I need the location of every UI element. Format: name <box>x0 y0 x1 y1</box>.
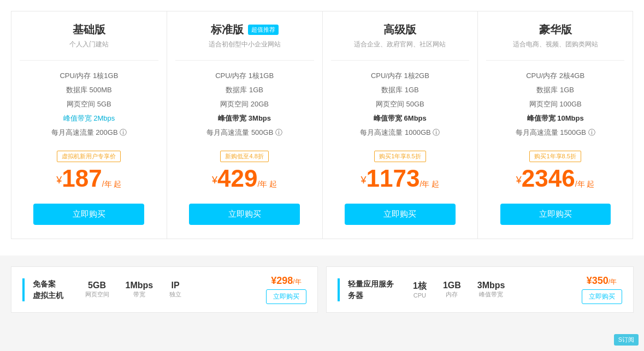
price-currency: ¥ <box>212 175 217 186</box>
bottom-card-label-hosting: 免备案虚拟主机 <box>22 278 66 301</box>
bottom-spec: 3Mbps峰值带宽 <box>477 281 505 299</box>
price-block-basic: ¥187/年 起 <box>20 166 158 194</box>
spec-line: 网页空间 50GB <box>331 97 470 111</box>
plan-specs-standard: CPU/内存 1核1GB数据库 1GB网页空间 20GB峰值带宽 3Mbps每月… <box>175 69 314 140</box>
promo-tag-standard: 新购低至4.8折 <box>220 151 268 162</box>
plan-specs-luxury: CPU/内存 2核4GB数据库 1GB网页空间 100GB峰值带宽 10Mbps… <box>486 69 624 140</box>
promo-tag-advanced: 购买1年享8.5折 <box>374 151 426 162</box>
plan-card-standard: 标准版超值推荐适合初创型中小企业网站CPU/内存 1核1GB数据库 1GB网页空… <box>167 11 322 239</box>
bottom-price-amount: ¥298 <box>271 275 293 286</box>
plan-card-luxury: 豪华版适合电商、视频、团购类网站CPU/内存 2核4GB数据库 1GB网页空间 … <box>477 11 633 239</box>
plan-title-standard: 标准版超值推荐 <box>175 22 314 37</box>
bottom-spec: 5GB网页空间 <box>85 281 109 299</box>
spec-line: 网页空间 100GB <box>486 97 624 111</box>
plan-title-advanced: 高级版 <box>331 22 470 37</box>
spec-line: 数据库 1GB <box>486 83 624 97</box>
bottom-spec: IP独立 <box>169 281 181 299</box>
spec-line: 每月高速流量 1500GB ⓘ <box>486 126 624 140</box>
plan-specs-basic: CPU/内存 1核1GB数据库 500MB网页空间 5GB峰值带宽 2Mbps每… <box>20 69 158 140</box>
spec-line: 每月高速流量 500GB ⓘ <box>175 126 314 140</box>
plan-subtitle-advanced: 适合企业、政府官网、社区网站 <box>331 40 470 49</box>
promo-tag-basic: 虚拟机新用户专享价 <box>57 151 121 162</box>
bottom-spec: 1Mbps带宽 <box>126 281 153 299</box>
bottom-spec-value: 5GB <box>85 281 109 290</box>
spec-line: CPU/内存 1核1GB <box>175 69 314 83</box>
badge-recommended: 超值推荐 <box>248 25 279 35</box>
price-amount: 1173 <box>367 165 420 192</box>
spec-line: 峰值带宽 2Mbps <box>20 111 158 126</box>
price-block-advanced: ¥1173/年 起 <box>331 166 470 194</box>
spec-line: 峰值带宽 3Mbps <box>175 111 314 126</box>
price-unit: /年 起 <box>575 180 595 188</box>
bottom-section: 免备案虚拟主机5GB网页空间1Mbps带宽IP独立¥298/年立即购买轻量应用服… <box>5 266 639 313</box>
price-amount: 2346 <box>522 165 575 192</box>
spec-line: 网页空间 20GB <box>175 97 314 111</box>
spec-line: 峰值带宽 6Mbps <box>331 111 470 126</box>
spec-line: CPU/内存 2核4GB <box>486 69 624 83</box>
price-block-luxury: ¥2346/年 起 <box>486 166 624 194</box>
plan-subtitle-luxury: 适合电商、视频、团购类网站 <box>486 40 624 49</box>
price-unit: /年 起 <box>257 180 277 188</box>
price-amount: 429 <box>217 165 257 192</box>
buy-button-luxury[interactable]: 立即购买 <box>500 204 611 225</box>
bottom-price-unit: /年 <box>293 278 301 285</box>
bottom-label-line2: 务器 <box>348 290 394 301</box>
bottom-spec-label: 带宽 <box>126 290 153 299</box>
bottom-card-lightweight: 轻量应用服务务器1核CPU1GB内存3Mbps峰值带宽¥350/年立即购买 <box>326 266 634 313</box>
bottom-spec-label: CPU <box>413 292 427 299</box>
buy-button-basic[interactable]: 立即购买 <box>33 204 144 225</box>
spec-line: CPU/内存 1核2GB <box>331 69 470 83</box>
spec-line: 数据库 1GB <box>175 83 314 97</box>
price-currency: ¥ <box>56 175 62 186</box>
spec-line: 数据库 500MB <box>20 83 158 97</box>
buy-button-standard[interactable]: 立即购买 <box>189 204 300 225</box>
bottom-spec-label: 独立 <box>169 290 181 299</box>
bottom-label-line1: 轻量应用服务 <box>348 278 394 290</box>
bottom-spec-value: IP <box>169 281 181 290</box>
bottom-spec-value: 1核 <box>413 281 427 292</box>
plans-grid: 基础版个人入门建站CPU/内存 1核1GB数据库 500MB网页空间 5GB峰值… <box>11 11 633 239</box>
bottom-price-unit: /年 <box>608 278 617 285</box>
bottom-buy-btn-hosting[interactable]: 立即购买 <box>266 289 306 304</box>
bottom-spec-label: 峰值带宽 <box>477 290 505 299</box>
bottom-buy-btn-lightweight[interactable]: 立即购买 <box>582 289 622 304</box>
spec-line: 每月高速流量 1000GB ⓘ <box>331 126 470 140</box>
bottom-label-line2: 虚拟主机 <box>33 290 66 301</box>
price-block-standard: ¥429/年 起 <box>175 166 314 194</box>
bottom-spec-value: 1Mbps <box>126 281 153 290</box>
bottom-label-line1: 免备案 <box>33 278 66 290</box>
bottom-spec-value: 1GB <box>443 281 461 290</box>
spec-line: 网页空间 5GB <box>20 97 158 111</box>
plan-subtitle-standard: 适合初创型中小企业网站 <box>175 40 314 49</box>
spec-line: 每月高速流量 200GB ⓘ <box>20 126 158 140</box>
plan-card-advanced: 高级版适合企业、政府官网、社区网站CPU/内存 1核2GB数据库 1GB网页空间… <box>322 11 478 239</box>
bottom-spec: 1GB内存 <box>443 281 461 299</box>
plan-title-luxury: 豪华版 <box>486 22 624 37</box>
bottom-spec-label: 网页空间 <box>85 290 109 299</box>
spec-line: CPU/内存 1核1GB <box>20 69 158 83</box>
price-currency: ¥ <box>361 175 367 186</box>
plan-specs-advanced: CPU/内存 1核2GB数据库 1GB网页空间 50GB峰值带宽 6Mbps每月… <box>331 69 470 140</box>
price-unit: /年 起 <box>102 180 122 188</box>
bottom-card-label-lightweight: 轻量应用服务务器 <box>338 278 394 301</box>
bottom-spec: 1核CPU <box>413 281 427 299</box>
bottom-card-hosting: 免备案虚拟主机5GB网页空间1Mbps带宽IP独立¥298/年立即购买 <box>11 266 318 313</box>
buy-button-advanced[interactable]: 立即购买 <box>345 204 456 225</box>
bottom-spec-label: 内存 <box>443 290 461 299</box>
bottom-price-amount: ¥350 <box>587 275 608 286</box>
bottom-spec-value: 3Mbps <box>477 281 505 290</box>
spec-line: 数据库 1GB <box>331 83 470 97</box>
plan-subtitle-basic: 个人入门建站 <box>20 40 158 49</box>
spec-line: 峰值带宽 10Mbps <box>486 111 624 126</box>
bottom-price-lightweight: ¥350/年立即购买 <box>582 275 622 304</box>
price-amount: 187 <box>62 165 102 192</box>
bottom-price-hosting: ¥298/年立即购买 <box>266 275 306 304</box>
plan-card-basic: 基础版个人入门建站CPU/内存 1核1GB数据库 500MB网页空间 5GB峰值… <box>11 11 167 239</box>
plan-title-basic: 基础版 <box>20 22 158 37</box>
price-unit: /年 起 <box>420 180 439 188</box>
promo-tag-luxury: 购买1年享8.5折 <box>529 151 581 162</box>
price-currency: ¥ <box>516 175 522 186</box>
